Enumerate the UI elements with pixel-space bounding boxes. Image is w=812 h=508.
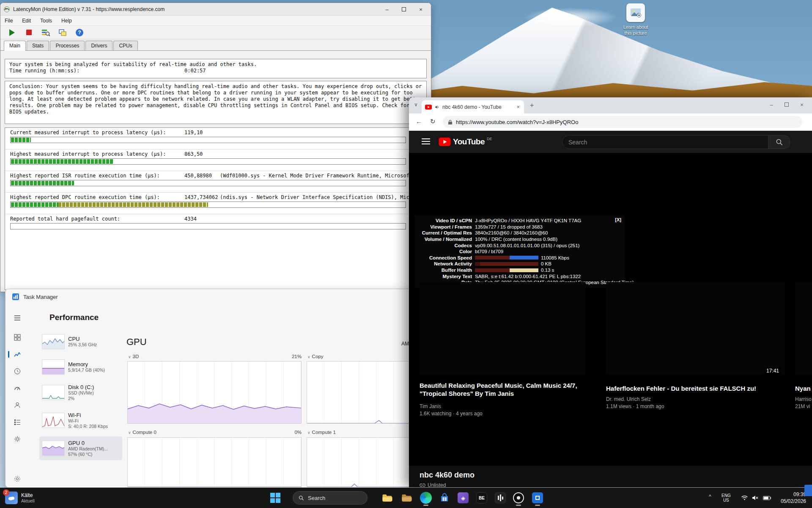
menu-tools[interactable]: Tools [40,18,52,24]
processes-icon[interactable] [10,331,25,344]
latencymon-menubar: File Edit Tools Help [0,16,431,26]
stop-monitor-button[interactable] [23,28,34,38]
tab-drivers[interactable]: Drivers [85,41,112,50]
tray-date: 05/02/2026 [774,498,806,505]
new-tab-button[interactable]: + [530,102,534,109]
search-bar [562,135,790,149]
blue-app-icon[interactable] [529,489,546,506]
start-button[interactable] [267,489,284,506]
gpu-compute1-chart [307,437,411,487]
sidebar-item-memory[interactable]: Memory 5,9/14,7 GB (40%) [39,355,122,379]
settings-icon[interactable] [10,472,25,486]
maximize-button[interactable] [779,99,794,110]
metric-value: 450,88980 [184,173,212,179]
task-manager-titlebar[interactable]: Task Manager [5,289,417,304]
back-icon[interactable]: ← [416,118,422,125]
youtube-logo[interactable]: YouTube DE [439,137,492,146]
url-text: https://www.youtube.com/watch?v=J-x8HPyQ… [456,119,578,125]
menu-help[interactable]: Help [61,18,72,24]
latencymon-titlebar[interactable]: LatencyMon (Home Edition) v 7.31 - https… [0,3,431,16]
suggested-video[interactable]: Nyan C Harriso 21M vi [795,384,812,409]
tray-overflow-chevron-icon[interactable]: ^ [709,494,711,500]
weather-widget[interactable]: 2 Kälte Aktuell [3,489,66,506]
suggested-video[interactable]: Beautiful Relaxing Peaceful Music, Calm … [420,381,585,417]
suggested-video[interactable]: Haferflocken Fehler - Du bereitest sie F… [606,384,785,409]
status-line: Your system is being analyzed for suitab… [9,61,422,68]
documents-folder-icon[interactable] [398,489,415,506]
system-tray-icons[interactable] [741,488,771,508]
metric-value: 1437,734062 [184,194,218,200]
menu-file[interactable]: File [5,18,13,24]
windows-report-button[interactable] [57,28,68,38]
tab-search-chevron-icon[interactable]: ∨ [414,102,418,108]
video-title: nbc 4k60 demo [420,471,475,480]
search-input[interactable] [562,135,768,149]
help-button[interactable]: ? [74,28,85,38]
tab-main[interactable]: Main [4,41,26,51]
sidebar-item-wifi[interactable]: Wi-Fi Wi-Fi S: 40,0 R: 208 Kbps [39,409,122,432]
taskbar-search[interactable]: Search [293,491,368,505]
maximize-button[interactable] [395,3,412,16]
menu-edit[interactable]: Edit [22,18,31,24]
task-manager-nav-rail [5,304,29,488]
video-thumbnail[interactable] [420,282,585,375]
analyze-button[interactable] [40,28,51,38]
weather-title: Kälte [21,492,35,498]
wifi-icon [741,495,748,501]
minimize-button[interactable]: – [764,99,779,110]
menu-icon[interactable] [422,138,430,146]
search-button[interactable] [768,135,790,149]
clock[interactable]: 09:39 05/02/2026 [774,491,806,505]
sidebar-item-gpu[interactable]: GPU 0 AMD Radeon(TM)... 57% (60 °C) [39,436,122,460]
refresh-icon[interactable]: ↻ [430,118,436,125]
close-button[interactable]: × [794,99,809,110]
metric-label: Highest reported DPC routine execution t… [10,194,160,200]
tab-cpus[interactable]: CPUs [113,41,137,50]
metric-driver-note: (Wdf01000.sys - Kernel Mode Driver Frame… [220,173,419,179]
file-explorer-icon[interactable] [379,489,396,506]
details-icon[interactable] [10,415,25,429]
weather-icon: 2 [5,491,18,504]
language-switcher[interactable]: ENG US [721,488,731,508]
latencymon-tabs: Main Stats Processes Drivers CPUs [0,39,431,51]
tab-processes[interactable]: Processes [50,41,85,50]
close-button[interactable]: × [412,3,429,16]
lock-icon[interactable] [448,119,453,125]
latencymon-app-icon [4,6,10,12]
stats-close-button[interactable]: [X] [615,217,621,222]
performance-icon[interactable] [10,348,25,361]
app-history-icon[interactable] [10,364,25,378]
startup-apps-icon[interactable] [10,381,25,395]
buffer-health-graph [475,268,538,272]
tab-stats[interactable]: Stats [27,41,49,50]
tab-audio-icon[interactable] [434,105,440,110]
desktop-icon-learn-about-picture[interactable]: Learn about this picture [612,3,659,42]
start-monitor-button[interactable] [6,28,17,38]
users-icon[interactable] [10,398,25,412]
battery-icon [763,496,771,500]
be-app-icon[interactable]: BE [473,489,490,506]
services-icon[interactable] [10,432,25,446]
sidebar-item-disk[interactable]: Disk 0 (C:) SSD (NVMe) 2% [39,381,122,404]
conclusion-text: Conclusion: Your system seems to be havi… [9,83,422,115]
edge-icon[interactable] [417,489,434,506]
page-title: Performance [49,313,99,322]
sidebar-item-cpu[interactable]: CPU 25% 3,56 GHz [39,330,122,353]
obs-app-icon[interactable] [510,489,527,506]
browser-tab[interactable]: nbc 4k60 demo - YouTube × [422,100,524,113]
youtube-favicon [425,105,432,110]
tab-close-icon[interactable]: × [516,104,521,110]
windows-logo-icon [270,493,280,503]
blue-corner-element[interactable] [804,485,812,496]
purple-app-icon[interactable]: ◈ [455,489,472,506]
video-thumbnail[interactable] [606,282,785,375]
connection-speed-graph [475,256,538,260]
microsoft-store-icon[interactable] [436,489,453,506]
url-field[interactable]: https://www.youtube.com/watch?v=J-x8HPyQ… [443,116,802,128]
video-thumbnail[interactable] [795,282,812,375]
equalizer-app-icon[interactable] [492,489,509,506]
video-player[interactable]: [X] Video ID / sCPNJ-x8HPyQROo / HXXH HA… [409,153,812,466]
menu-icon[interactable] [10,311,25,325]
chevron-down-icon: ∨ [128,355,131,359]
minimize-button[interactable]: – [379,3,395,16]
